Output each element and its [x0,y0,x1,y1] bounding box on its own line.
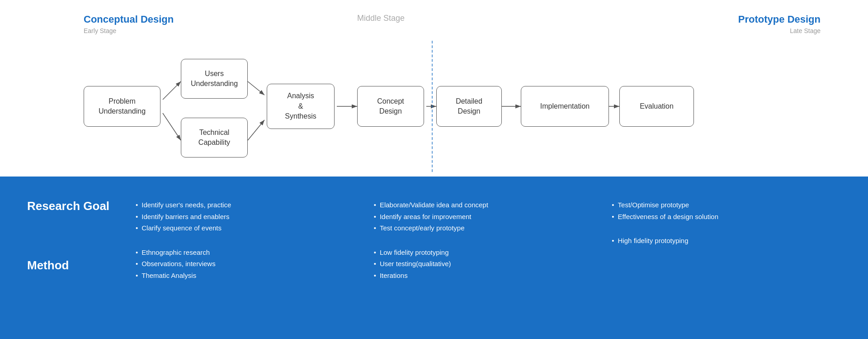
bottom-col-3: Test/Optimise prototype Effectiveness of… [603,199,841,259]
stage-right-title: Prototype Design [738,14,821,25]
stage-left-title: Conceptual Design [84,14,174,25]
flowchart: ProblemUnderstanding UsersUnderstanding … [0,41,868,172]
stage-left-sub: Early Stage [84,27,174,34]
stage-left: Conceptual Design Early Stage [84,14,174,34]
top-section: Conceptual Design Early Stage Middle Sta… [0,0,868,177]
col2-goals: Elaborate/Validate idea and concept Iden… [374,199,594,234]
box-concept: ConceptDesign [357,86,424,127]
col1-goal-2: Identify barriers and enablers [136,211,356,223]
col2-method-1: Low fidelity prototyping [374,247,594,258]
col3-method-1: High fidelity prototyping [612,235,832,247]
col1-goal-1: Identify user's needs, practice [136,199,356,211]
box-evaluation: Evaluation [619,86,694,127]
box-analysis: Analysis&Synthesis [267,84,335,129]
stage-middle-title: Middle Stage [357,14,405,23]
col2-goal-2: Identify areas for improvement [374,211,594,223]
box-technical: TechnicalCapability [181,118,248,158]
col3-goal-2: Effectiveness of a design solution [612,211,832,223]
stage-middle: Middle Stage [357,14,405,23]
bottom-col-1: Identify user's needs, practice Identify… [127,199,365,294]
col1-goal-3: Clarify sequence of events [136,222,356,234]
col1-method-3: Thematic Analysis [136,270,356,282]
svg-line-3 [248,81,264,95]
col3-goal-1: Test/Optimise prototype [612,199,832,211]
bottom-labels-col: Research Goal Method [27,199,127,282]
col2-method-3: Iterations [374,270,594,282]
svg-line-4 [248,120,264,140]
col2-methods: Low fidelity prototyping User testing(qu… [374,247,594,282]
box-problem: ProblemUnderstanding [84,86,160,127]
col1-methods: Ethnographic research Observations, inte… [136,247,356,282]
stage-right-sub: Late Stage [738,27,821,34]
col1-method-1: Ethnographic research [136,247,356,258]
box-detailed: DetailedDesign [436,86,502,127]
col2-goal-1: Elaborate/Validate idea and concept [374,199,594,211]
svg-line-2 [163,113,181,140]
col1-method-2: Observations, interviews [136,258,356,270]
dashed-divider [432,41,433,172]
research-goal-label: Research Goal [27,199,127,213]
box-implementation: Implementation [521,86,609,127]
col3-goals: Test/Optimise prototype Effectiveness of… [612,199,832,222]
stage-right: Prototype Design Late Stage [738,14,821,34]
bottom-section: Research Goal Method Identify user's nee… [0,177,868,339]
box-users: UsersUnderstanding [181,59,248,99]
svg-line-1 [163,81,181,100]
col2-goal-3: Test concept/early prototype [374,222,594,234]
col1-goals: Identify user's needs, practice Identify… [136,199,356,234]
col2-method-2: User testing(qualitative) [374,258,594,270]
method-label: Method [27,258,127,272]
bottom-col-2: Elaborate/Validate idea and concept Iden… [365,199,603,294]
col3-methods: High fidelity prototyping [612,235,832,247]
